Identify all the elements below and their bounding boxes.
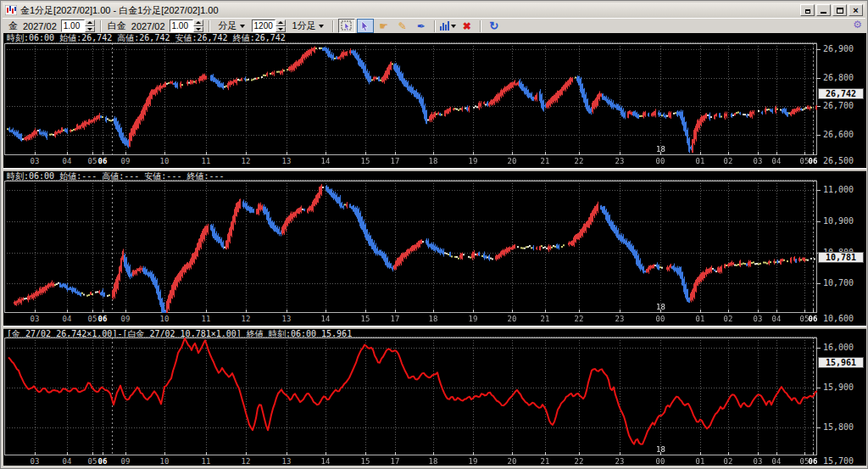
pencil-icon: ✎ (398, 21, 407, 31)
x-axis-gold-1min[interactable]: 0304050609101112131415171819202122230001… (4, 155, 817, 166)
title-bar[interactable]: 金1分足[2027/02]1.00 - 白金1分足[2027/02]1.00 × (3, 3, 865, 18)
platinum-multiplier-value[interactable]: 1.00 (170, 20, 193, 32)
select-region-icon (341, 20, 353, 31)
plot-spread-gold-platinum[interactable] (4, 338, 817, 455)
hour-label: 03 (31, 157, 40, 165)
plot-gold-1min[interactable] (4, 43, 817, 155)
y-axis-tick (817, 78, 821, 79)
interval-dropdown-label: 1分足 (292, 20, 316, 32)
hour-label: 23 (615, 457, 625, 466)
cursor-tool-button[interactable] (357, 19, 374, 33)
y-axis-label: 16,000 (823, 343, 854, 352)
gold-multiplier-value[interactable]: 1.00 (61, 20, 85, 32)
y-axis-label: 15,800 (823, 423, 854, 432)
bar-count-value[interactable]: 1200 (252, 20, 275, 32)
delete-drawings-button[interactable]: ✖ (459, 19, 476, 33)
y-axis-tick (817, 283, 821, 284)
hour-label: 18 (429, 315, 438, 323)
bar-count-stepper[interactable]: 1200 (252, 20, 286, 32)
y-axis-spread-gold-platinum[interactable]: 16,00015,90015,80015,70015,961 (817, 329, 866, 466)
platinum-multiplier-stepper[interactable]: 1.00 (170, 20, 203, 32)
gold-multiplier-stepper[interactable]: 1.00 (61, 20, 95, 32)
hour-label: 00 (656, 457, 665, 466)
bar-count-spinner[interactable] (275, 20, 286, 32)
hour-label: 10 (160, 457, 170, 466)
platinum-multiplier-spinner[interactable] (193, 20, 203, 32)
app-window: 金1分足[2027/02]1.00 - 白金1分足[2027/02]1.00 ×… (0, 0, 868, 469)
maximize-button[interactable] (832, 4, 847, 16)
hour-label: 01 (696, 457, 705, 466)
chevron-down-icon (319, 25, 324, 28)
settings-wrench-button[interactable]: ⚙ (853, 19, 862, 31)
chart-panel-gold-1min: 時刻:06:00 始値:26,742 高値:26,742 安値:26,742 終… (3, 33, 866, 168)
close-button[interactable]: × (849, 4, 863, 16)
y-axis-tick (817, 388, 821, 388)
hour-label: 06 (98, 157, 108, 165)
date-label: 18 (656, 303, 665, 311)
pen-icon: ✒ (417, 21, 426, 31)
y-axis-tick (817, 348, 821, 349)
y-axis-label: 26,800 (823, 74, 854, 82)
hour-label: 04 (63, 157, 72, 165)
chart-type-button[interactable] (440, 19, 457, 33)
hour-label: 03 (754, 457, 763, 466)
separator (209, 20, 210, 32)
pen-tool-button[interactable]: ✒ (413, 19, 430, 33)
y-axis-tick (817, 106, 821, 107)
y-axis-label: 11,000 (823, 186, 854, 194)
y-axis-corner-label: 26,500 (823, 157, 854, 165)
pencil-tool-button[interactable]: ✎ (394, 19, 411, 33)
hour-label: 14 (321, 157, 331, 165)
period-dropdown[interactable]: 分足 (216, 19, 248, 33)
hour-label: 14 (321, 315, 331, 323)
minimize-button[interactable] (816, 4, 831, 16)
hour-label: 12 (242, 457, 251, 466)
separator (434, 20, 436, 32)
y-axis-platinum-1min[interactable]: 11,00010,90010,80010,70010,60010,781 (817, 171, 866, 326)
cascade-button[interactable] (800, 4, 815, 16)
select-region-tool-button[interactable] (338, 19, 355, 33)
window-title: 金1分足[2027/02]1.00 - 白金1分足[2027/02]1.00 (20, 4, 219, 17)
current-price-box: 10,781 (818, 252, 864, 263)
ohlc-info-line: 時刻:06:00 始値:26,742 高値:26,742 安値:26,742 終… (7, 33, 816, 43)
y-axis-label: 10,700 (823, 279, 854, 288)
x-axis-platinum-1min[interactable]: 0304050609101112131415171819202122230001… (4, 313, 817, 324)
hour-label: 15 (361, 457, 370, 466)
hour-label: 20 (508, 315, 517, 323)
close-icon: × (853, 6, 858, 14)
pan-hand-tool-button[interactable]: ☛ (376, 19, 392, 33)
y-axis-label: 10,900 (823, 217, 854, 226)
hour-label: 21 (541, 157, 550, 165)
bar-chart-icon (440, 21, 449, 31)
y-axis-gold-1min[interactable]: 26,90026,80026,70026,60026,50026,742 (817, 33, 866, 168)
hour-label: 04 (63, 457, 72, 466)
platinum-month: 2027/02 (131, 21, 165, 31)
refresh-button[interactable]: ↻ (486, 19, 503, 33)
hour-label: 02 (724, 315, 733, 323)
y-axis-label: 26,600 (823, 131, 854, 139)
interval-dropdown[interactable]: 1分足 (290, 19, 326, 33)
hour-label: 12 (242, 157, 251, 165)
hour-label: 14 (321, 457, 331, 466)
gold-multiplier-spinner[interactable] (85, 20, 95, 32)
hour-label: 11 (202, 457, 211, 466)
hour-label: 03 (754, 315, 763, 323)
separator (100, 20, 102, 32)
hour-label: 06 (809, 315, 818, 323)
wrench-icon: ⚙ (853, 19, 862, 31)
hour-label: 13 (282, 457, 292, 466)
y-axis-label: 15,900 (823, 383, 854, 392)
hour-label: 21 (541, 315, 550, 323)
gold-label: 金 (8, 20, 18, 32)
hour-label: 10 (160, 315, 170, 323)
y-axis-tick (817, 135, 821, 136)
minimize-icon (821, 12, 826, 14)
hour-label: 09 (121, 157, 131, 165)
hour-label: 22 (575, 457, 584, 466)
hour-label: 23 (615, 315, 625, 323)
hour-label: 05 (88, 157, 97, 165)
x-axis-spread-gold-platinum[interactable]: 0304050609101112131415171819202122230001… (4, 455, 817, 466)
hour-label: 04 (772, 157, 782, 165)
hour-label: 18 (429, 457, 438, 466)
plot-platinum-1min[interactable] (4, 181, 817, 313)
